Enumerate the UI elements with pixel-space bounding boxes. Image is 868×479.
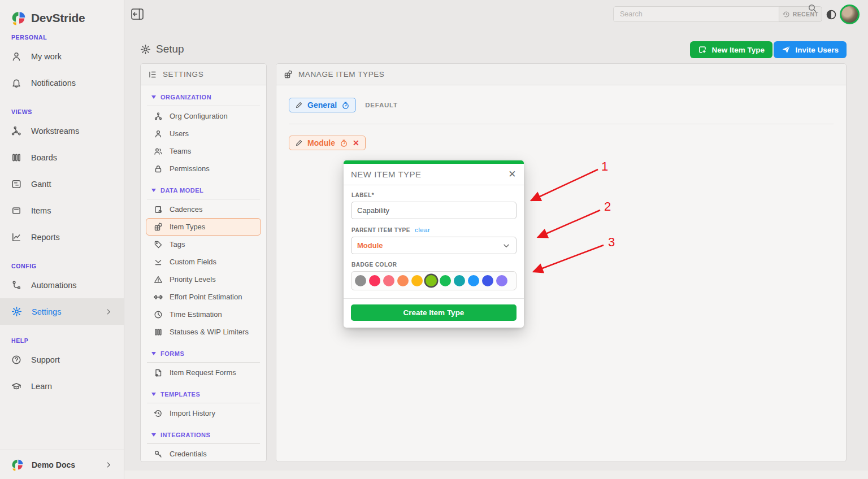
search-input[interactable] [613,6,779,22]
divider [147,362,260,363]
settings-item-item-request-forms[interactable]: Item Request Forms [146,364,261,381]
invite-users-button[interactable]: Invite Users [774,41,847,58]
theme-toggle-button[interactable] [826,10,836,22]
collapse-sidebar-button[interactable] [131,8,144,20]
item-type-badge-general[interactable]: General [289,98,356,112]
item-type-badge-module[interactable]: Module ✕ [289,136,366,150]
settings-item-tags[interactable]: Tags [146,236,261,253]
color-swatch-lime-selected[interactable] [426,275,437,286]
add-item-icon [698,45,707,54]
sidebar-item-label: Learn [31,382,52,391]
parent-selected-value: Module [357,241,383,250]
settings-item-custom-fields[interactable]: Custom Fields [146,253,261,271]
settings-item-item-types[interactable]: Item Types [146,218,261,236]
settings-item-time-estimation[interactable]: Time Estimation [146,306,261,323]
warning-triangle-icon [154,275,163,284]
settings-item-priority-levels[interactable]: Priority Levels [146,271,261,288]
color-swatch-indigo[interactable] [482,275,493,286]
sidebar-item-my-work[interactable]: My work [0,43,124,69]
parent-item-type-select[interactable]: Module [351,237,517,254]
sidebar-item-settings[interactable]: Settings [0,298,124,325]
section-forms[interactable]: FORMS [151,349,255,359]
page-title-text: Setup [156,43,184,55]
sidebar-item-label: Settings [32,307,61,316]
default-tag: DEFAULT [365,102,398,108]
items-icon [11,206,21,216]
sidebar-item-notifications[interactable]: Notifications [0,69,124,96]
sidebar-item-label: Boards [31,153,57,162]
history-icon [154,409,163,418]
divider [147,106,260,106]
create-item-type-button[interactable]: Create Item Type [351,304,517,321]
page-title: Setup [140,43,184,55]
sidebar-item-label: My work [31,52,62,61]
person-icon [11,51,21,62]
tag-icon [154,240,163,249]
automations-icon [11,280,21,290]
color-swatch-green[interactable] [440,275,451,286]
user-avatar[interactable] [840,5,860,24]
triangle-down-icon [151,352,156,355]
settings-nav-panel: SETTINGS ORGANIZATION Org Configuration … [140,63,267,462]
settings-item-cadences[interactable]: Cadences [146,201,261,218]
label-field-group: LABEL* [351,192,517,219]
color-swatch-gray[interactable] [355,275,366,286]
color-swatch-red[interactable] [369,275,380,286]
sidebar-section-views: VIEWS [11,108,112,117]
color-swatch-teal[interactable] [454,275,465,286]
key-icon [154,450,163,459]
org-chart-icon [154,112,163,121]
settings-item-teams[interactable]: Teams [146,142,261,160]
workspace-switcher[interactable]: Demo Docs [0,450,124,479]
columns-icon [154,328,163,337]
sidebar-item-workstreams[interactable]: Workstreams [0,117,124,144]
history-icon [783,11,790,18]
chevron-down-icon [502,242,510,250]
divider [289,124,834,124]
settings-item-statuses-wip-limiters[interactable]: Statuses & WIP Limiters [146,323,261,341]
form-document-icon [154,368,163,377]
question-circle-icon [11,355,21,365]
sidebar-item-reports[interactable]: Reports [0,224,124,250]
delete-item-type-icon[interactable]: ✕ [353,139,359,147]
sidebar-item-boards[interactable]: Boards [0,144,124,171]
boards-icon [11,153,21,163]
triangle-down-icon [151,95,156,99]
settings-item-permissions[interactable]: Permissions [146,160,261,177]
color-swatch-pink[interactable] [383,275,394,286]
color-swatch-orange[interactable] [397,275,409,286]
color-swatch-blue[interactable] [468,275,479,286]
section-templates[interactable]: TEMPLATES [151,389,255,399]
section-data-model[interactable]: DATA MODEL [151,185,255,195]
sidebar-item-automations[interactable]: Automations [0,272,124,298]
modal-header: NEW ITEM TYPE ✕ [344,164,524,185]
sidebar-item-items[interactable]: Items [0,197,124,224]
parent-item-type-group: PARENT ITEM TYPE clear Module [351,227,517,254]
badge-color-group: BADGE COLOR [351,262,517,290]
settings-item-import-history[interactable]: Import History [146,404,261,422]
sidebar-item-learn[interactable]: Learn [0,373,124,399]
settings-item-credentials[interactable]: Credentials [146,445,261,462]
label-field-label: LABEL* [351,192,517,198]
clear-link[interactable]: clear [415,227,430,233]
new-item-type-button[interactable]: New Item Type [690,41,772,58]
settings-item-effort-point-estimation[interactable]: Effort Point Estimation [146,288,261,306]
lock-icon [154,164,163,173]
custom-fields-icon [154,258,163,267]
bottom-strip [124,471,868,479]
sidebar-item-gantt[interactable]: Gantt [0,171,124,197]
settings-item-org-configuration[interactable]: Org Configuration [146,107,261,125]
sidebar-section-personal: PERSONAL [11,34,112,43]
section-integrations[interactable]: INTEGRATIONS [151,430,255,440]
settings-item-users[interactable]: Users [146,125,261,142]
app-logo[interactable]: DevStride [0,0,124,28]
color-swatch-violet[interactable] [496,275,507,286]
close-icon[interactable]: ✕ [508,168,517,180]
gantt-icon [11,179,21,189]
label-input[interactable] [351,202,517,219]
color-swatch-amber[interactable] [411,275,423,286]
reports-icon [11,232,21,242]
devstride-logo-icon [11,11,26,25]
sidebar-item-support[interactable]: Support [0,346,124,373]
section-organization[interactable]: ORGANIZATION [151,92,255,102]
